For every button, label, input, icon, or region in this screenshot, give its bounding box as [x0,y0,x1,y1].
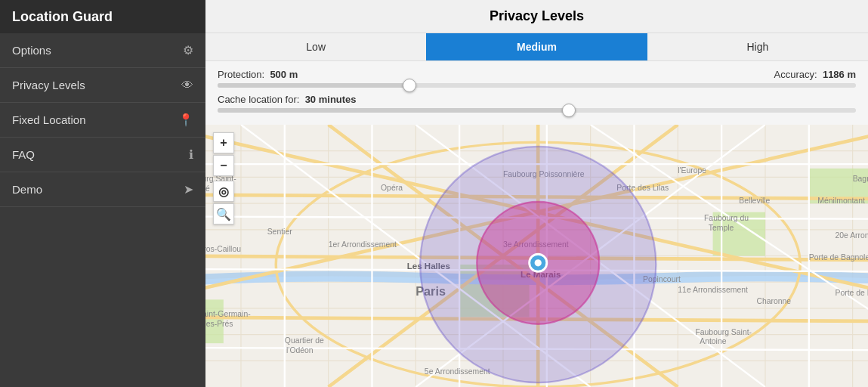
svg-text:Porte de Montreuil: Porte de Montreuil [836,289,868,297]
sidebar: Location Guard Options ⚙ Privacy Levels … [0,0,205,387]
sidebar-item-privacy-levels[interactable]: Privacy Levels 👁 [0,68,205,103]
svg-text:Faubourg Saint-: Faubourg Saint- [695,328,752,336]
nav-label-privacy-levels: Privacy Levels [12,79,85,91]
sidebar-item-demo[interactable]: Demo ➤ [0,172,205,207]
map-controls: + − ◎ 🔍 [213,132,234,224]
svg-text:Saint-Germain-: Saint-Germain- [205,310,251,318]
cache-value: 30 minutes [305,94,357,105]
accuracy-label: Accuracy: [774,69,817,80]
svg-text:Charonne: Charonne [756,297,791,305]
nav-icon-privacy-levels: 👁 [181,79,193,92]
sidebar-item-faq[interactable]: FAQ ℹ [0,138,205,172]
section-title: Privacy Levels [205,0,868,33]
svg-text:Bagnolet: Bagnolet [853,175,868,183]
app-title-text: Location Guard [12,9,113,25]
cache-slider-thumb[interactable] [562,104,576,117]
svg-text:Temple: Temple [709,224,734,232]
main-content: Privacy Levels LowMediumHigh Accuracy: 1… [205,0,868,387]
section-title-text: Privacy Levels [490,8,584,24]
svg-text:Quartier de: Quartier de [285,336,324,345]
nav-label-faq: FAQ [12,148,35,161]
nav-label-demo: Demo [12,183,42,196]
sidebar-item-options[interactable]: Options ⚙ [0,33,205,68]
cache-row: Cache location for: 30 minutes [218,94,856,113]
app-title: Location Guard [0,0,205,33]
map-view: Faubourg Saint- Honoré Opéra Faubourg Po… [205,125,868,387]
accuracy-value: 1186 m [823,69,856,80]
locate-button[interactable]: ◎ [213,181,234,202]
accuracy-display: Accuracy: 1186 m [774,69,856,80]
nav-label-options: Options [12,44,51,57]
svg-text:l'Odéon: l'Odéon [286,346,314,354]
svg-text:Porte de Bagnolet: Porte de Bagnolet [809,253,868,262]
svg-text:Ménilmontant: Ménilmontant [817,197,865,205]
svg-text:Gros-Caillou: Gros-Caillou [205,245,241,253]
nav-icon-options: ⚙ [183,43,193,57]
nav-icon-demo: ➤ [184,182,193,197]
nav-icon-fixed-location: 📍 [178,113,193,127]
nav-label-fixed-location: Fixed Location [12,113,86,126]
zoom-in-button[interactable]: + [213,132,234,153]
svg-text:1er Arrondissement: 1er Arrondissement [329,240,397,249]
protection-row: Accuracy: 1186 m Protection: 500 m [218,69,856,88]
svg-text:Belleville: Belleville [739,197,770,205]
protection-slider-thumb[interactable] [403,79,416,92]
tab-low[interactable]: Low [205,33,426,60]
tab-high[interactable]: High [647,33,868,60]
controls-panel: Accuracy: 1186 m Protection: 500 m Cache… [205,61,868,125]
nav-icon-faq: ℹ [189,147,193,162]
svg-text:Sentier: Sentier [267,228,293,236]
zoom-out-button[interactable]: − [213,155,234,176]
svg-text:des-Prés: des-Prés [205,320,233,328]
sidebar-item-fixed-location[interactable]: Fixed Location 📍 [0,103,205,138]
tabs-bar: LowMediumHigh [205,33,868,61]
svg-text:11e Arrondissement: 11e Arrondissement [678,286,748,294]
svg-text:20e Arrondissement: 20e Arrondissement [836,231,868,240]
svg-point-83 [535,259,542,266]
svg-text:Antoine: Antoine [700,337,727,345]
tab-medium[interactable]: Medium [426,33,647,60]
search-map-button[interactable]: 🔍 [213,203,234,224]
cache-slider-fill [218,108,569,113]
protection-label: Protection: 500 m [218,69,856,80]
nav-menu: Options ⚙ Privacy Levels 👁 Fixed Locatio… [0,33,205,207]
map-container: Faubourg Saint- Honoré Opéra Faubourg Po… [205,125,868,387]
svg-text:Faubourg du: Faubourg du [704,214,749,222]
svg-text:Opéra: Opéra [381,184,403,192]
protection-slider-track [218,83,856,88]
svg-text:l'Europe: l'Europe [678,166,706,175]
protection-value: 500 m [270,69,298,80]
protection-slider-fill [218,83,409,88]
cache-label: Cache location for: 30 minutes [218,94,856,105]
cache-slider-track [218,108,856,113]
svg-text:Honoré: Honoré [205,184,210,193]
